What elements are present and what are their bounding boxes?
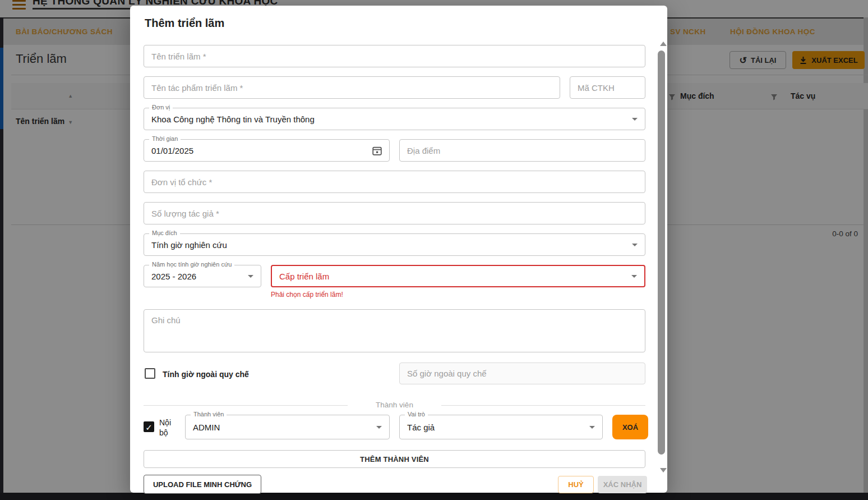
upload-file-button[interactable]: UPLOAD FILE MINH CHỨNG xyxy=(144,475,261,494)
chevron-down-icon xyxy=(376,426,382,429)
chevron-down-icon xyxy=(631,275,637,278)
school-year-value: 2025 - 2026 xyxy=(151,272,196,281)
chevron-down-icon xyxy=(589,426,595,429)
level-error-message: Phải chọn cấp triển lãm! xyxy=(271,291,343,299)
work-name-input[interactable] xyxy=(144,76,560,99)
school-year-select[interactable]: Năm học tính giờ nghiên cứu 2025 - 2026 xyxy=(144,265,261,287)
scroll-up-arrow-icon[interactable] xyxy=(660,42,667,46)
exhibition-name-input[interactable] xyxy=(144,45,645,67)
purpose-label: Mục đích xyxy=(149,230,180,236)
role-label: Vai trò xyxy=(405,411,428,418)
overtime-hours-input[interactable] xyxy=(399,363,645,384)
chevron-down-icon xyxy=(632,244,638,246)
location-input[interactable] xyxy=(399,139,645,162)
organizer-input[interactable] xyxy=(144,171,645,193)
internal-checkbox-label: Nội bộ xyxy=(159,418,179,438)
note-textarea[interactable] xyxy=(144,309,645,352)
internal-checkbox[interactable]: ✓ xyxy=(144,421,154,432)
ctkh-code-input[interactable] xyxy=(570,76,645,99)
role-value: Tác giả xyxy=(407,423,435,432)
purpose-select[interactable]: Mục đích Tính giờ nghiên cứu xyxy=(144,233,645,256)
chevron-down-icon xyxy=(248,275,253,278)
overtime-checkbox-label: Tính giờ ngoài quy chế xyxy=(163,370,249,379)
member-value: ADMIN xyxy=(193,423,220,432)
modal-scrollbar-thumb[interactable] xyxy=(658,51,665,455)
scroll-down-arrow-icon[interactable] xyxy=(660,468,667,473)
add-member-button[interactable]: THÊM THÀNH VIÊN xyxy=(144,450,645,468)
add-exhibition-dialog: Thêm triển lãm Đơn vị Khoa Công nghệ Thô… xyxy=(130,6,667,493)
level-select[interactable]: Cấp triển lãm xyxy=(271,265,645,287)
school-year-label: Năm học tính giờ nghiên cứu xyxy=(149,261,234,268)
unit-value: Khoa Công nghệ Thông tin và Truyền thông xyxy=(151,114,315,124)
date-value: 01/01/2025 xyxy=(151,146,193,155)
unit-label: Đơn vị xyxy=(149,104,173,111)
cancel-button[interactable]: HUỶ xyxy=(558,476,594,493)
dialog-title: Thêm triển lãm xyxy=(145,17,224,30)
divider xyxy=(441,405,645,406)
author-count-input[interactable] xyxy=(144,202,645,224)
overtime-checkbox[interactable] xyxy=(145,368,155,379)
member-select[interactable]: Thành viên ADMIN xyxy=(185,415,390,439)
date-field[interactable]: Thời gian 01/01/2025 xyxy=(144,139,390,162)
level-placeholder: Cấp triển lãm xyxy=(279,272,329,281)
check-icon: ✓ xyxy=(145,423,153,432)
calendar-icon[interactable] xyxy=(372,145,382,156)
unit-select[interactable]: Đơn vị Khoa Công nghệ Thông tin và Truyề… xyxy=(144,108,645,130)
chevron-down-icon xyxy=(632,118,638,121)
confirm-button[interactable]: XÁC NHẬN xyxy=(598,476,647,493)
date-label: Thời gian xyxy=(149,135,181,142)
role-select[interactable]: Vai trò Tác giả xyxy=(399,415,603,439)
delete-member-button[interactable]: XOÁ xyxy=(612,415,648,439)
purpose-value: Tính giờ nghiên cứu xyxy=(151,240,227,250)
member-label: Thành viên xyxy=(191,411,227,418)
